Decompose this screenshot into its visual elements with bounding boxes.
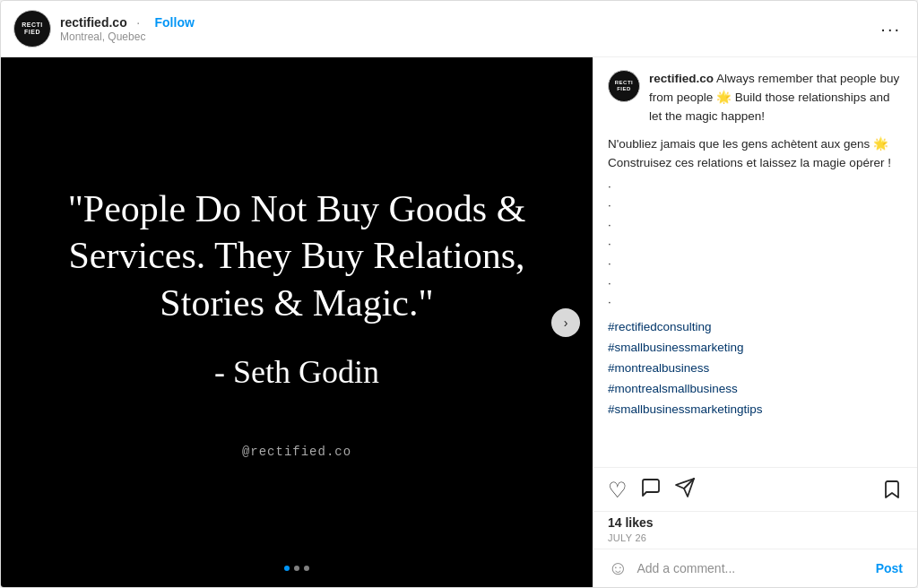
post-comment-button[interactable]: Post: [876, 561, 903, 575]
post-handle: @rectified.co: [37, 445, 557, 459]
hashtags: #rectifiedconsulting #smallbusinessmarke…: [608, 317, 903, 420]
smiley-icon: ☺: [608, 557, 628, 579]
comment-button[interactable]: [640, 477, 662, 504]
dot-2: [294, 566, 299, 571]
carousel-dots: [284, 566, 309, 571]
hashtag-1: #rectifiedconsulting: [608, 317, 903, 338]
emoji-button[interactable]: ☺: [608, 557, 628, 580]
hashtag-4: #montrealsmallbusiness: [608, 379, 903, 400]
post-right-side: RECTIFIED rectified.co Always remember t…: [593, 57, 917, 587]
caption-avatar-text: RECTIFIED: [615, 80, 634, 91]
header-avatar: RECTI FIED: [13, 10, 51, 48]
bookmark-icon: [881, 489, 903, 503]
comment-icon: [640, 477, 662, 504]
heart-icon: ♡: [608, 478, 628, 503]
comment-input-area: ☺ Post: [593, 549, 917, 587]
caption-username: rectified.co: [649, 72, 714, 85]
share-button[interactable]: [674, 477, 696, 504]
header-info: rectified.co · Follow Montreal, Quebec: [60, 14, 877, 43]
dot-1: [284, 566, 290, 571]
likes-count: 14 likes: [608, 515, 903, 530]
header-location: Montreal, Quebec: [60, 30, 877, 43]
post-main: "People Do Not Buy Goods & Services. The…: [1, 57, 917, 587]
more-options-button[interactable]: ···: [877, 15, 905, 43]
share-icon: [674, 477, 696, 504]
post-container: RECTI FIED rectified.co · Follow Montrea…: [0, 0, 918, 588]
header-username: rectified.co: [60, 15, 127, 30]
bookmark-button[interactable]: [881, 479, 903, 503]
caption-header: RECTIFIED rectified.co Always remember t…: [608, 70, 903, 126]
post-header: RECTI FIED rectified.co · Follow Montrea…: [1, 1, 917, 57]
post-actions: ♡: [593, 468, 917, 512]
header-separator: ·: [136, 15, 140, 30]
hashtag-3: #montrealbusiness: [608, 359, 903, 379]
caption-dots: · · · · · · ·: [608, 177, 903, 312]
hashtag-2: #smallbusinessmarketing: [608, 338, 903, 359]
header-avatar-text: RECTI FIED: [14, 22, 50, 35]
post-likes-area: 14 likes July 26: [593, 512, 917, 549]
caption-avatar: RECTIFIED: [608, 70, 640, 102]
post-image-content: "People Do Not Buy Goods & Services. The…: [1, 159, 593, 487]
dot-3: [304, 566, 309, 571]
quote-text: "People Do Not Buy Goods & Services. The…: [37, 186, 557, 327]
post-image-area: "People Do Not Buy Goods & Services. The…: [1, 57, 593, 587]
post-caption-area: RECTIFIED rectified.co Always remember t…: [593, 57, 917, 468]
like-button[interactable]: ♡: [608, 478, 628, 503]
comment-input[interactable]: [637, 561, 875, 575]
next-slide-button[interactable]: ›: [551, 308, 580, 337]
chevron-right-icon: ›: [564, 316, 568, 330]
caption-french: N'oubliez jamais que les gens achètent a…: [608, 135, 903, 173]
follow-button[interactable]: Follow: [155, 15, 195, 30]
caption-text-block: rectified.co Always remember that people…: [649, 70, 903, 126]
hashtag-5: #smallbusinessmarketingtips: [608, 400, 903, 420]
post-date: July 26: [608, 532, 903, 543]
quote-author: - Seth Godin: [37, 353, 557, 391]
